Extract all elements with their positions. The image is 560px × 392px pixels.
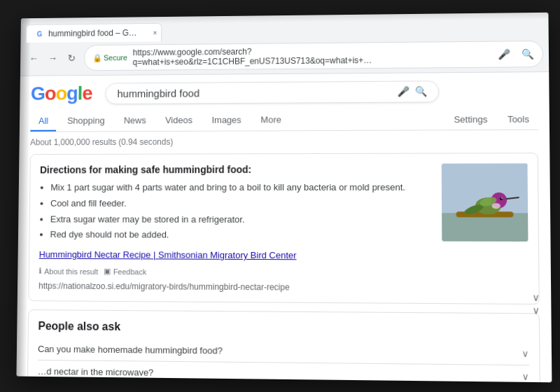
snippet-bullet-1: Mix 1 part sugar with 4 parts water and …: [50, 181, 430, 195]
ask-item-1-text: Can you make homemade hummingbird food?: [38, 344, 223, 356]
search-query-text: hummingbird food: [117, 85, 398, 99]
url-icons: 🎤 🔍: [498, 48, 533, 59]
ask-item-2-text: …d nectar in the microwave?: [38, 366, 154, 378]
nav-tabs: All Shopping News Videos Images More Set…: [30, 106, 538, 132]
microphone-icon[interactable]: 🎤: [498, 48, 510, 59]
tab-videos[interactable]: Videos: [157, 111, 201, 131]
secure-badge: 🔒 Secure: [92, 53, 127, 62]
snippet-content: Directions for making safe hummingbird f…: [38, 164, 430, 293]
svg-point-8: [501, 197, 503, 199]
lock-icon: 🔒: [92, 53, 102, 62]
url-bar[interactable]: 🔒 Secure https://www.google.com/search?q…: [84, 41, 543, 71]
browser-tab[interactable]: G hummingbird food – Go… ×: [26, 23, 162, 43]
about-result-link[interactable]: ℹ About this result: [38, 267, 98, 276]
url-text: https://www.google.com/search?q=what+is+…: [133, 45, 493, 67]
tab-all[interactable]: All: [30, 111, 56, 132]
tab-title: hummingbird food – Go…: [48, 28, 141, 38]
forward-button[interactable]: →: [45, 50, 61, 66]
search-glass-icon[interactable]: 🔍: [415, 85, 427, 97]
ask-item-2-chevron: ∨: [522, 372, 529, 383]
browser-window: G hummingbird food – Go… × ← → ↻ 🔒 Secur…: [16, 13, 552, 382]
logo-g: G: [31, 83, 45, 104]
tab-shopping[interactable]: Shopping: [59, 111, 113, 132]
tab-favicon: G: [35, 29, 45, 38]
tab-news[interactable]: News: [115, 111, 154, 131]
snippet-bullet-4: Red dye should not be added.: [50, 228, 430, 244]
back-button[interactable]: ←: [26, 50, 42, 67]
feedback-icon: ▣: [104, 267, 111, 276]
search-bar-container: hummingbird food 🎤 🔍: [106, 80, 440, 104]
browser-chrome: G hummingbird food – Go… × ← → ↻ 🔒 Secur…: [20, 13, 549, 76]
source-url: https://nationalzoo.si.edu/migratory-bir…: [38, 281, 430, 293]
feedback-link[interactable]: ▣ Feedback: [104, 267, 146, 276]
tab-close-button[interactable]: ×: [153, 29, 158, 36]
google-search-bar[interactable]: hummingbird food 🎤 🔍: [106, 80, 440, 104]
refresh-button[interactable]: ↻: [64, 50, 80, 66]
people-also-ask-section: People also ask Can you make homemade hu…: [27, 309, 540, 382]
ask-item-1-chevron: ∨: [522, 349, 528, 360]
logo-o1: o: [45, 83, 56, 104]
google-logo: Google: [31, 83, 92, 105]
snippet-title: Directions for making safe hummingbird f…: [40, 164, 430, 176]
svg-point-10: [492, 203, 500, 209]
address-bar: ← → ↻ 🔒 Secure https://www.google.com/se…: [20, 38, 549, 76]
google-header: Google hummingbird food 🎤 🔍: [31, 72, 538, 108]
tab-more[interactable]: More: [252, 110, 289, 130]
info-icon: ℹ: [38, 267, 41, 276]
tools-link[interactable]: Tools: [499, 110, 538, 129]
snippet-list: Mix 1 part sugar with 4 parts water and …: [39, 181, 430, 244]
secure-label: Secure: [104, 53, 127, 62]
source-title-link[interactable]: Hummingbird Nectar Recipe | Smithsonian …: [39, 249, 297, 260]
source-link: Hummingbird Nectar Recipe | Smithsonian …: [38, 249, 430, 293]
expand-arrow-1[interactable]: ∨: [532, 292, 539, 303]
hummingbird-image: [442, 163, 528, 241]
snippet-bullet-2: Cool and fill feeder.: [50, 197, 430, 211]
logo-e: e: [82, 83, 92, 104]
tab-images[interactable]: Images: [204, 111, 250, 131]
logo-o2: o: [55, 83, 66, 104]
google-page: Google hummingbird food 🎤 🔍 All Shopping…: [16, 72, 552, 382]
results-count: About 1,000,000 results (0.94 seconds): [30, 136, 538, 147]
search-mic-icon[interactable]: 🎤: [398, 86, 410, 97]
featured-snippet: Directions for making safe hummingbird f…: [28, 153, 539, 304]
expand-arrow-2[interactable]: ∨: [532, 304, 539, 316]
search-icon[interactable]: 🔍: [522, 48, 534, 59]
logo-g2: g: [66, 83, 78, 104]
nav-buttons: ← → ↻: [26, 50, 80, 66]
snippet-bullet-3: Extra sugar water may be stored in a ref…: [50, 212, 430, 227]
people-also-ask-title: People also ask: [38, 320, 528, 337]
settings-link[interactable]: Settings: [445, 110, 496, 129]
results-area: About 1,000,000 results (0.94 seconds) D…: [27, 130, 540, 382]
